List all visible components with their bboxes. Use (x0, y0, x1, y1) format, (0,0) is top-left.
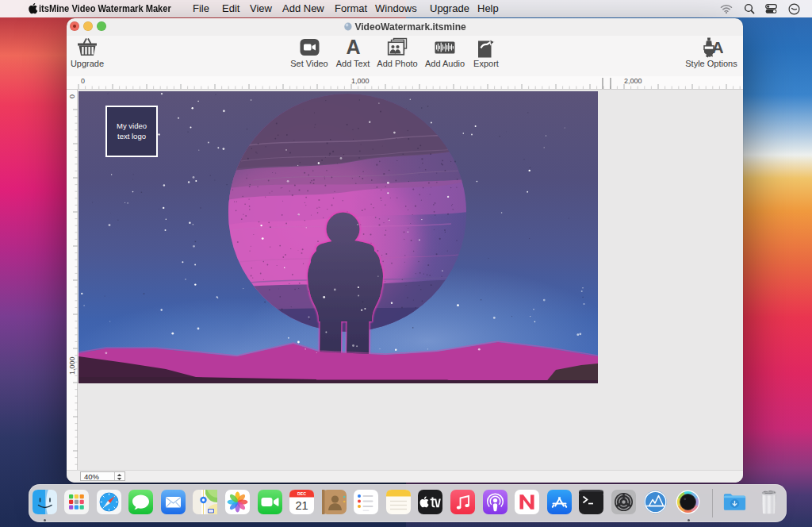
svg-text:A: A (346, 37, 360, 57)
svg-text:1,000: 1,000 (351, 77, 370, 85)
svg-text:0: 0 (81, 77, 85, 85)
svg-text:0: 0 (68, 94, 76, 98)
svg-text:A: A (711, 38, 723, 56)
svg-text:2,000: 2,000 (624, 77, 642, 85)
svg-text:1,000: 1,000 (68, 356, 76, 375)
svg-text:21: 21 (296, 499, 308, 512)
svg-text:DEC: DEC (297, 491, 306, 496)
